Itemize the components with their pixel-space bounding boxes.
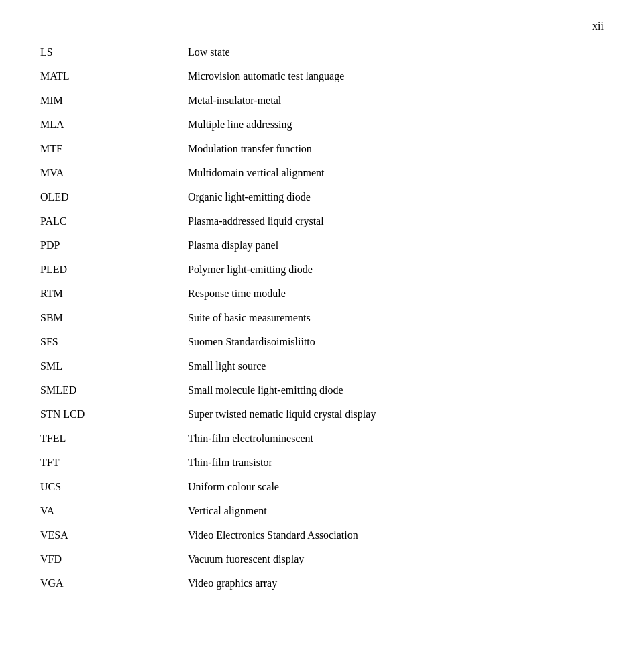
- glossary-definition: Video Electronics Standard Association: [188, 523, 604, 547]
- glossary-definition: Multiple line addressing: [188, 113, 604, 137]
- glossary-row: SMLSmall light source: [40, 354, 604, 378]
- glossary-row: MATLMicrovision automatic test language: [40, 64, 604, 89]
- glossary-row: OLEDOrganic light-emitting diode: [40, 185, 604, 209]
- glossary-definition: Modulation transfer function: [188, 137, 604, 161]
- glossary-abbr: VA: [40, 499, 188, 523]
- glossary-definition: Small light source: [188, 354, 604, 378]
- glossary-row: PALCPlasma-addressed liquid crystal: [40, 209, 604, 233]
- glossary-definition: Thin-film transistor: [188, 451, 604, 475]
- glossary-row: MVAMultidomain vertical alignment: [40, 161, 604, 185]
- glossary-abbr: MIM: [40, 89, 188, 113]
- glossary-abbr: MVA: [40, 161, 188, 185]
- glossary-abbr: UCS: [40, 475, 188, 499]
- glossary-abbr: TFEL: [40, 427, 188, 451]
- glossary-row: MIMMetal-insulator-metal: [40, 89, 604, 113]
- glossary-row: UCSUniform colour scale: [40, 475, 604, 499]
- glossary-row: LSLow state: [40, 40, 604, 64]
- glossary-definition: Plasma-addressed liquid crystal: [188, 209, 604, 233]
- glossary-definition: Uniform colour scale: [188, 475, 604, 499]
- glossary-abbr: SMLED: [40, 378, 188, 402]
- glossary-abbr: PDP: [40, 233, 188, 258]
- glossary-abbr: RTM: [40, 282, 188, 306]
- glossary-abbr: VESA: [40, 523, 188, 547]
- glossary-definition: Video graphics array: [188, 571, 604, 596]
- glossary-row: VAVertical alignment: [40, 499, 604, 523]
- glossary-abbr: OLED: [40, 185, 188, 209]
- glossary-abbr: PALC: [40, 209, 188, 233]
- glossary-abbr: LS: [40, 40, 188, 64]
- glossary-abbr: SBM: [40, 306, 188, 330]
- glossary-row: MTFModulation transfer function: [40, 137, 604, 161]
- glossary-table: LSLow stateMATLMicrovision automatic tes…: [40, 40, 604, 596]
- glossary-abbr: VGA: [40, 571, 188, 596]
- glossary-definition: Polymer light-emitting diode: [188, 258, 604, 282]
- glossary-definition: Thin-film electroluminescent: [188, 427, 604, 451]
- glossary-abbr: MTF: [40, 137, 188, 161]
- glossary-row: RTMResponse time module: [40, 282, 604, 306]
- glossary-definition: Microvision automatic test language: [188, 64, 604, 89]
- glossary-abbr: TFT: [40, 451, 188, 475]
- glossary-definition: Vertical alignment: [188, 499, 604, 523]
- glossary-definition: Vacuum fuorescent display: [188, 547, 604, 571]
- glossary-row: PLEDPolymer light-emitting diode: [40, 258, 604, 282]
- glossary-abbr: MLA: [40, 113, 188, 137]
- glossary-row: SFSSuomen Standardisoimisliitto: [40, 330, 604, 354]
- glossary-abbr: SML: [40, 354, 188, 378]
- glossary-abbr: MATL: [40, 64, 188, 89]
- glossary-definition: Super twisted nematic liquid crystal dis…: [188, 402, 604, 427]
- glossary-definition: Low state: [188, 40, 604, 64]
- glossary-row: STN LCDSuper twisted nematic liquid crys…: [40, 402, 604, 427]
- glossary-definition: Metal-insulator-metal: [188, 89, 604, 113]
- glossary-row: TFELThin-film electroluminescent: [40, 427, 604, 451]
- glossary-definition: Response time module: [188, 282, 604, 306]
- glossary-row: TFTThin-film transistor: [40, 451, 604, 475]
- glossary-row: VFDVacuum fuorescent display: [40, 547, 604, 571]
- glossary-definition: Small molecule light-emitting diode: [188, 378, 604, 402]
- glossary-abbr: STN LCD: [40, 402, 188, 427]
- glossary-definition: Suomen Standardisoimisliitto: [188, 330, 604, 354]
- glossary-row: VESAVideo Electronics Standard Associati…: [40, 523, 604, 547]
- glossary-abbr: SFS: [40, 330, 188, 354]
- glossary-row: SBMSuite of basic measurements: [40, 306, 604, 330]
- glossary-row: VGAVideo graphics array: [40, 571, 604, 596]
- glossary-abbr: PLED: [40, 258, 188, 282]
- glossary-definition: Suite of basic measurements: [188, 306, 604, 330]
- glossary-definition: Plasma display panel: [188, 233, 604, 258]
- glossary-row: SMLEDSmall molecule light-emitting diode: [40, 378, 604, 402]
- glossary-abbr: VFD: [40, 547, 188, 571]
- glossary-row: MLAMultiple line addressing: [40, 113, 604, 137]
- glossary-row: PDPPlasma display panel: [40, 233, 604, 258]
- glossary-definition: Multidomain vertical alignment: [188, 161, 604, 185]
- page-number: xii: [592, 20, 604, 32]
- glossary-definition: Organic light-emitting diode: [188, 185, 604, 209]
